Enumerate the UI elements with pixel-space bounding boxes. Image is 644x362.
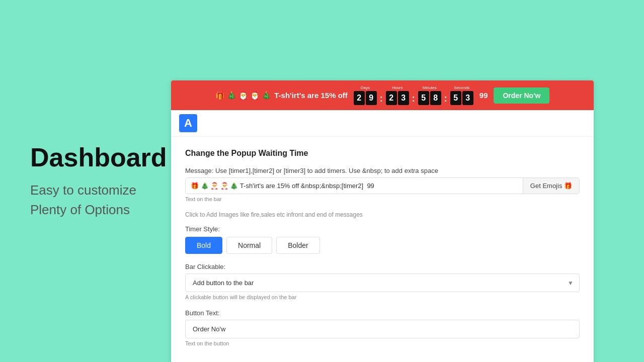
timer-display: Days 2 9 : Hours 2 3 : Minutes 5 xyxy=(354,85,473,105)
section-title: Change the Popup Waiting Time xyxy=(185,149,580,158)
bar-text: T-sh'irt's are 15% off xyxy=(274,91,348,100)
main-panel: 🎁 🎄 🎅 🎅 🎄 T-sh'irt's are 15% off Days 2 … xyxy=(171,80,594,362)
days-digit-2: 9 xyxy=(366,91,377,105)
message-input[interactable] xyxy=(186,178,523,194)
button-text-label: Button Text: xyxy=(185,309,580,317)
minutes-digit-2: 8 xyxy=(430,91,441,105)
button-text-group: Button Text: Text on the button xyxy=(185,309,580,346)
button-text-hint: Text on the button xyxy=(185,340,580,346)
logo-area: A xyxy=(171,110,594,137)
seconds-digit-1: 5 xyxy=(450,91,461,105)
timer-style-buttons: Bold Normal Bolder xyxy=(185,237,580,254)
timer-style-group: Timer Style: Bold Normal Bolder xyxy=(185,225,580,254)
bar-clickable-select-wrapper: Add button to the bar Make whole bar cli… xyxy=(185,274,580,292)
colon-1: : xyxy=(380,86,383,104)
bar-clickable-label: Bar Clickable: xyxy=(185,263,580,270)
style-bolder-button[interactable]: Bolder xyxy=(276,237,319,254)
click-images-hint: Click to Add Images like fire,sales etc … xyxy=(185,211,580,218)
order-now-button[interactable]: Order No'w xyxy=(494,87,549,104)
bar-clickable-select[interactable]: Add button to the bar Make whole bar cli… xyxy=(185,274,580,292)
message-label: Message: Use [timer1],[timer2] or [timer… xyxy=(185,167,580,174)
logo-icon: A xyxy=(179,114,197,132)
style-bold-button[interactable]: Bold xyxy=(185,237,222,254)
message-group: Message: Use [timer1],[timer2] or [timer… xyxy=(185,167,580,202)
dashboard-title: Dashboard xyxy=(30,142,167,172)
message-input-row: Get Emojis 🎁 xyxy=(185,177,580,194)
button-text-input[interactable] xyxy=(185,320,580,338)
bar-extra-text: 99 xyxy=(479,91,488,100)
hours-digit-1: 2 xyxy=(386,91,397,105)
get-emojis-button[interactable]: Get Emojis 🎁 xyxy=(523,178,579,194)
subtitle-line1: Easy to customize xyxy=(30,183,136,198)
colon-2: : xyxy=(412,86,415,104)
form-content: Change the Popup Waiting Time Message: U… xyxy=(171,137,594,362)
bar-message: 🎁 🎄 🎅 🎅 🎄 T-sh'irt's are 15% off xyxy=(215,91,348,100)
style-normal-button[interactable]: Normal xyxy=(226,237,272,254)
bar-emojis: 🎁 🎄 🎅 🎅 🎄 xyxy=(215,91,272,100)
timer-hours: Hours 2 3 xyxy=(386,85,409,105)
preview-bar: 🎁 🎄 🎅 🎅 🎄 T-sh'irt's are 15% off Days 2 … xyxy=(171,80,594,110)
subtitle-line2: Plenty of Options xyxy=(30,202,130,217)
seconds-digit-2: 3 xyxy=(462,91,473,105)
message-bar-hint: Text on the bar xyxy=(185,196,580,202)
bar-clickable-group: Bar Clickable: Add button to the bar Mak… xyxy=(185,263,580,300)
bar-clickable-hint: A clickable button will be displayed on … xyxy=(185,294,580,300)
timer-minutes: Minutes 5 8 xyxy=(418,85,441,105)
subtitle: Easy to customize Plenty of Options xyxy=(30,180,167,220)
left-panel: Dashboard Easy to customize Plenty of Op… xyxy=(30,142,167,220)
timer-style-label: Timer Style: xyxy=(185,225,580,233)
timer-seconds: Seconds 5 3 xyxy=(450,85,473,105)
days-digit-1: 2 xyxy=(354,91,365,105)
timer-days: Days 2 9 xyxy=(354,85,377,105)
hours-digit-2: 3 xyxy=(398,91,409,105)
colon-3: : xyxy=(444,86,447,104)
minutes-digit-1: 5 xyxy=(418,91,429,105)
